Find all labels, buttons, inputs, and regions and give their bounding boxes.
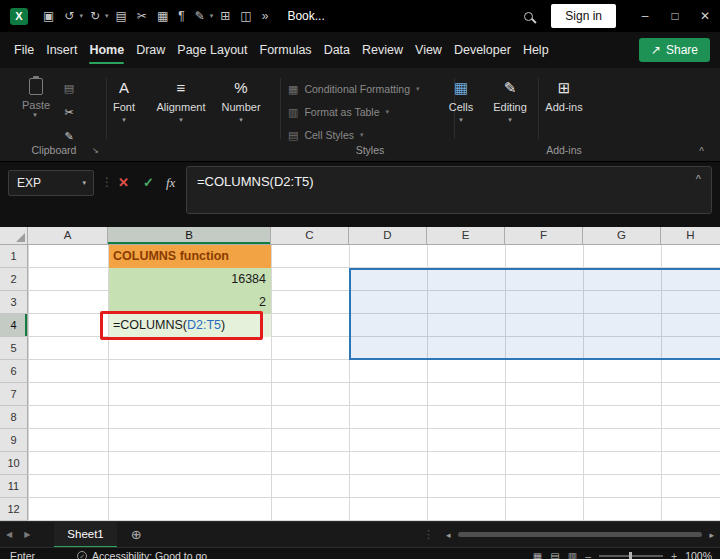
sign-in-button[interactable]: Sign in (551, 4, 616, 28)
zoom-out-button[interactable]: – (585, 550, 591, 559)
row-header-7[interactable]: 7 (0, 383, 28, 406)
row-header-8[interactable]: 8 (0, 406, 28, 429)
scroll-left-icon[interactable]: ◂ (442, 530, 455, 540)
add-ins-button[interactable]: ⊞ Add-ins (540, 78, 588, 113)
sheet-tab-sheet1[interactable]: Sheet1 (54, 522, 116, 548)
tab-page-layout[interactable]: Page Layout (171, 32, 253, 68)
maximize-button[interactable]: □ (660, 9, 690, 23)
formula-bar-collapse-icon[interactable]: ^ (696, 173, 701, 185)
column-header-a[interactable]: A (28, 227, 108, 245)
tab-help[interactable]: Help (517, 32, 555, 68)
image-icon[interactable]: ▦ (157, 9, 168, 23)
row-header-6[interactable]: 6 (0, 360, 28, 383)
paste-options-button[interactable]: ▤ (58, 82, 80, 95)
tab-draw[interactable]: Draw (130, 32, 171, 68)
enter-formula-button[interactable]: ✓ (143, 175, 154, 190)
name-box-caret-icon[interactable]: ▾ (82, 171, 86, 195)
zoom-slider[interactable] (599, 555, 663, 557)
select-all-button[interactable] (0, 227, 28, 245)
cell-b1[interactable]: COLUMNS function (109, 245, 271, 268)
row-header-10[interactable]: 10 (0, 452, 28, 475)
pen-icon[interactable]: ✎ (195, 9, 205, 23)
tab-review[interactable]: Review (356, 32, 409, 68)
scroll-right-icon[interactable]: ▸ (705, 530, 718, 540)
pen-caret-icon[interactable]: ▾ (210, 12, 214, 20)
minimize-button[interactable]: – (630, 9, 660, 23)
new-sheet-button[interactable]: ⊕ (131, 527, 142, 542)
cut-button[interactable]: ✂ (58, 106, 80, 119)
row-header-9[interactable]: 9 (0, 429, 28, 452)
cell-grid[interactable]: 1 2 3 4 5 6 7 8 9 10 11 12 COLUMNS funct… (0, 245, 720, 521)
column-header-h[interactable]: H (661, 227, 720, 245)
page-layout-view-button[interactable]: ▤ (550, 551, 559, 559)
close-button[interactable]: ✕ (690, 9, 720, 23)
formula-bar-drag-handle[interactable]: ⋮ (101, 175, 113, 189)
excel-logo-icon[interactable]: X (10, 8, 28, 25)
conditional-formatting-button[interactable]: ▦ Conditional Formatting ▾ (288, 78, 452, 100)
normal-view-button[interactable]: ▦ (533, 551, 542, 559)
format-as-table-label: Format as Table (304, 106, 379, 118)
row-header-11[interactable]: 11 (0, 475, 28, 498)
toolbar-overflow-icon[interactable]: » (262, 9, 269, 23)
horizontal-scrollbar[interactable]: ◂ ▸ (442, 522, 718, 547)
column-header-g[interactable]: G (583, 227, 661, 245)
row-header-1[interactable]: 1 (0, 245, 28, 268)
row-header-4[interactable]: 4 (0, 314, 28, 337)
cancel-formula-button[interactable]: ✕ (118, 175, 129, 190)
column-header-b[interactable]: B (108, 227, 271, 245)
column-header-e[interactable]: E (427, 227, 505, 245)
undo-caret-icon[interactable]: ▾ (79, 12, 83, 20)
format-painter-button[interactable]: ✎ (58, 130, 80, 143)
paste-button[interactable]: Paste ▾ (14, 78, 58, 119)
tab-formulas[interactable]: Formulas (254, 32, 318, 68)
cells-group-button[interactable]: ▦ Cells ▾ (437, 78, 485, 124)
row-header-2[interactable]: 2 (0, 268, 28, 291)
ribbon-collapse-icon[interactable]: ^ (699, 146, 704, 157)
insert-function-button[interactable]: fx (166, 175, 175, 191)
alignment-group-button[interactable]: ≡ Alignment ▾ (155, 78, 207, 124)
editing-group-button[interactable]: ✎ Editing ▾ (486, 78, 534, 124)
cell-styles-button[interactable]: ▤ Cell Styles ▾ (288, 124, 452, 146)
zoom-in-button[interactable]: + (671, 550, 677, 559)
zoom-slider-knob[interactable] (629, 552, 632, 559)
number-group-button[interactable]: % Number ▾ (215, 78, 267, 124)
clipboard-icon[interactable]: ▤ (116, 9, 127, 23)
save-icon[interactable]: ▣ (43, 9, 54, 23)
formula-input[interactable]: =COLUMNS(D2:T5) ^ (186, 166, 712, 214)
page-break-view-button[interactable]: ▥ (568, 551, 577, 559)
undo-icon[interactable]: ↺ (64, 9, 74, 23)
column-header-f[interactable]: F (505, 227, 583, 245)
zoom-level[interactable]: 100% (685, 550, 712, 559)
search-icon[interactable] (524, 12, 533, 21)
tab-insert[interactable]: Insert (40, 32, 83, 68)
table-icon[interactable]: ⊞ (220, 9, 230, 23)
camera-icon[interactable]: ◫ (240, 9, 251, 23)
tab-data[interactable]: Data (318, 32, 356, 68)
tab-developer[interactable]: Developer (448, 32, 517, 68)
cut-icon[interactable]: ✂ (137, 9, 147, 23)
row-header-12[interactable]: 12 (0, 498, 28, 521)
row-header-3[interactable]: 3 (0, 291, 28, 314)
paragraph-icon[interactable]: ¶ (178, 9, 184, 23)
conditional-formatting-label: Conditional Formatting (304, 83, 410, 95)
tab-file[interactable]: File (8, 32, 40, 68)
name-box[interactable]: EXP ▾ (8, 170, 94, 196)
font-group-button[interactable]: A Font ▾ (98, 78, 150, 124)
format-as-table-button[interactable]: ▥ Format as Table ▾ (288, 101, 452, 123)
redo-icon[interactable]: ↻ (90, 9, 100, 23)
tab-bar-divider-icon[interactable]: ⋮ (423, 528, 434, 541)
share-button[interactable]: ↗ Share (639, 38, 710, 62)
column-header-c[interactable]: C (271, 227, 349, 245)
row-header-5[interactable]: 5 (0, 337, 28, 360)
tab-view[interactable]: View (409, 32, 448, 68)
tab-home[interactable]: Home (83, 32, 130, 68)
column-header-d[interactable]: D (349, 227, 427, 245)
accessibility-status[interactable]: Accessibility: Good to go (92, 550, 207, 559)
clipboard-dialog-launcher-icon[interactable]: ↘ (92, 146, 99, 155)
horizontal-scrollbar-thumb[interactable] (458, 532, 703, 537)
redo-caret-icon[interactable]: ▾ (105, 12, 109, 20)
cell-b2[interactable]: 16384 (109, 268, 271, 291)
accessibility-icon: ✓ (77, 551, 87, 559)
sheet-nav-left-icon[interactable]: ◀ (6, 530, 12, 539)
sheet-nav-right-icon[interactable]: ▶ (24, 530, 30, 539)
